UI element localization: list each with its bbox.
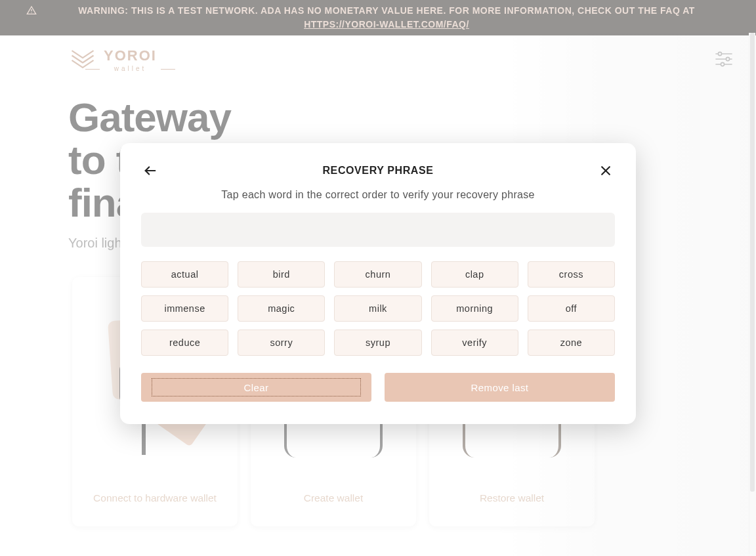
recovery-word-chip[interactable]: verify xyxy=(431,330,518,356)
modal-subtitle: Tap each word in the correct order to ve… xyxy=(141,189,615,201)
recovery-word-grid: actual bird churn clap cross immense mag… xyxy=(141,261,615,356)
recovery-word-chip[interactable]: bird xyxy=(238,261,325,288)
close-icon[interactable] xyxy=(597,161,615,180)
recovery-word-chip[interactable]: clap xyxy=(431,261,518,288)
recovery-word-chip[interactable]: cross xyxy=(528,261,615,288)
recovery-word-chip[interactable]: sorry xyxy=(238,330,325,356)
recovery-word-chip[interactable]: zone xyxy=(528,330,615,356)
selected-phrase-box xyxy=(141,213,615,247)
remove-last-button[interactable]: Remove last xyxy=(385,373,615,402)
recovery-word-chip[interactable]: actual xyxy=(141,261,228,288)
recovery-phrase-modal: RECOVERY PHRASE Tap each word in the cor… xyxy=(120,143,636,424)
recovery-word-chip[interactable]: reduce xyxy=(141,330,228,356)
recovery-word-chip[interactable]: milk xyxy=(334,295,421,322)
recovery-word-chip[interactable]: syrup xyxy=(334,330,421,356)
recovery-word-chip[interactable]: churn xyxy=(334,261,421,288)
recovery-word-chip[interactable]: magic xyxy=(238,295,325,322)
recovery-word-chip[interactable]: morning xyxy=(431,295,518,322)
modal-title: RECOVERY PHRASE xyxy=(322,165,433,177)
clear-button[interactable]: Clear xyxy=(141,373,371,402)
recovery-word-chip[interactable]: immense xyxy=(141,295,228,322)
recovery-word-chip[interactable]: off xyxy=(528,295,615,322)
back-arrow-icon[interactable] xyxy=(141,161,159,180)
